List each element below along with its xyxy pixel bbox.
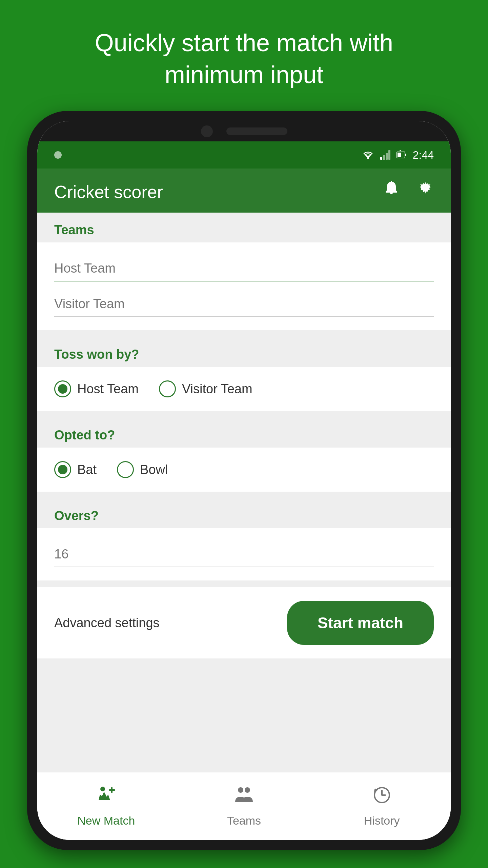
svg-rect-3	[386, 153, 388, 160]
gear-icon	[417, 180, 434, 197]
toss-visitor-label: Visitor Team	[182, 382, 252, 396]
app-bar: Cricket scorer	[37, 169, 451, 213]
overs-card	[37, 528, 451, 580]
opted-bat-radio[interactable]	[54, 461, 71, 478]
svg-point-15	[238, 787, 243, 793]
app-title: Cricket scorer	[54, 179, 163, 203]
host-team-input[interactable]	[54, 256, 434, 281]
wifi-icon	[362, 150, 374, 160]
status-bar: 2:44	[37, 141, 451, 169]
toss-card: Host Team Visitor Team	[37, 367, 451, 411]
notification-button[interactable]	[383, 180, 400, 201]
content-spacer	[37, 665, 451, 772]
svg-point-0	[367, 158, 369, 159]
nav-new-match[interactable]: New Match	[37, 778, 175, 834]
phone-notch	[37, 121, 451, 141]
phone-camera	[201, 125, 213, 137]
svg-point-12	[100, 787, 105, 791]
teams-icon	[234, 785, 254, 810]
action-row: Advanced settings Start match	[37, 587, 451, 658]
svg-rect-4	[388, 150, 390, 160]
opted-bowl-option[interactable]: Bowl	[117, 461, 168, 478]
battery-icon	[396, 150, 407, 160]
toss-visitor-option[interactable]: Visitor Team	[159, 380, 252, 397]
opted-card: Bat Bowl	[37, 448, 451, 492]
svg-rect-7	[398, 153, 401, 157]
opted-radio-group: Bat Bowl	[54, 461, 434, 478]
phone-frame: 2:44 Cricket scorer	[27, 111, 461, 850]
svg-point-16	[245, 787, 250, 793]
toss-radio-group: Host Team Visitor Team	[54, 380, 434, 397]
app-bar-icons	[383, 180, 434, 201]
start-match-button[interactable]: Start match	[287, 601, 434, 645]
teams-label: Teams	[37, 213, 451, 242]
svg-rect-6	[405, 154, 406, 156]
app-title-light: scorer	[109, 182, 163, 202]
opted-bat-label: Bat	[77, 462, 97, 477]
advanced-settings-button[interactable]: Advanced settings	[54, 616, 160, 630]
promo-text: Quickly start the match with minimum inp…	[92, 27, 396, 91]
bottom-nav: New Match Teams	[37, 772, 451, 840]
app-title-bold: Cricket	[54, 182, 109, 202]
nav-new-match-label: New Match	[77, 814, 135, 827]
status-right: 2:44	[362, 149, 434, 161]
nav-teams-label: Teams	[227, 814, 261, 827]
nav-teams[interactable]: Teams	[175, 778, 313, 834]
svg-rect-2	[383, 155, 385, 160]
settings-button[interactable]	[417, 180, 434, 201]
status-left	[54, 151, 62, 159]
phone-speaker	[226, 127, 287, 135]
signal-icon	[380, 150, 390, 160]
toss-label: Toss won by?	[37, 337, 451, 367]
toss-host-option[interactable]: Host Team	[54, 380, 139, 397]
visitor-team-input[interactable]	[54, 292, 434, 317]
opted-bowl-radio[interactable]	[117, 461, 134, 478]
opted-bat-option[interactable]: Bat	[54, 461, 97, 478]
history-icon	[372, 785, 392, 810]
new-match-icon	[96, 785, 116, 810]
toss-host-radio[interactable]	[54, 380, 71, 397]
opted-bowl-label: Bowl	[140, 462, 168, 477]
teams-card	[37, 242, 451, 330]
toss-visitor-radio[interactable]	[159, 380, 176, 397]
bell-icon	[383, 180, 400, 197]
time-display: 2:44	[413, 149, 434, 161]
svg-rect-10	[391, 181, 392, 182]
nav-history-label: History	[364, 814, 400, 827]
status-dot	[54, 151, 62, 159]
overs-input[interactable]	[54, 542, 434, 567]
nav-history[interactable]: History	[313, 778, 451, 834]
toss-host-label: Host Team	[77, 382, 139, 396]
content-area: Teams Toss won by? Host Team Visitor Tea…	[37, 213, 451, 840]
overs-label: Overs?	[37, 498, 451, 528]
phone-screen: 2:44 Cricket scorer	[37, 121, 451, 840]
svg-rect-1	[380, 157, 382, 160]
opted-label: Opted to?	[37, 418, 451, 448]
